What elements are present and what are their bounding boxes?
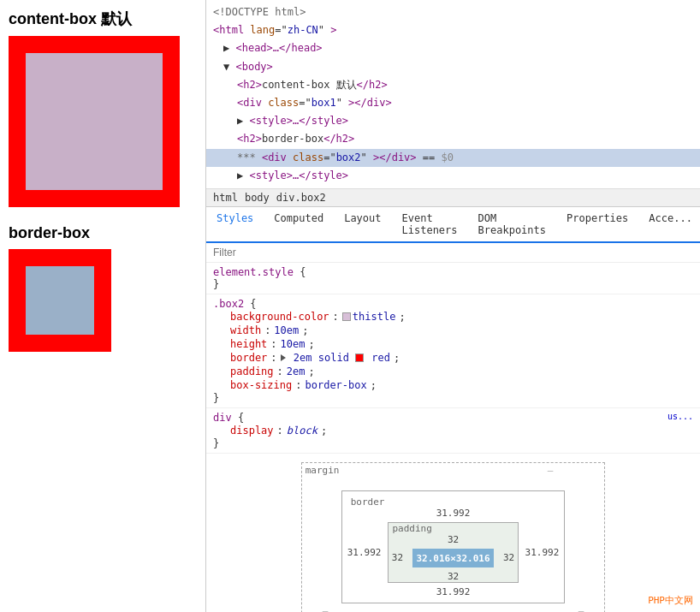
tab-layout[interactable]: Layout <box>334 207 391 243</box>
content-box-title: content-box 默认 <box>9 9 197 29</box>
content-box-demo <box>9 36 180 207</box>
border-label: border <box>351 496 385 508</box>
rule-close-div: } <box>213 437 693 449</box>
border-middle: 31.992 padding 32 32 32.016× <box>347 519 560 586</box>
outer-right-dash: – <box>578 605 584 612</box>
border-top-value: 31.992 <box>347 508 560 519</box>
dom-line-div-box1[interactable]: <div class="box1" ></div> <box>206 94 700 112</box>
dom-line-div-box2[interactable]: *** <div class="box2" ></div> == $0 <box>206 149 700 167</box>
color-swatch-red[interactable] <box>355 354 364 362</box>
left-panel: content-box 默认 border-box <box>0 0 205 612</box>
tab-computed[interactable]: Computed <box>264 207 334 243</box>
padding-top-value: 32 <box>389 534 517 545</box>
dom-tree: <!DOCTYPE html> <html lang="zh-CN" > ▶ <… <box>206 0 700 189</box>
css-prop-border: border : 2em solid red ; <box>213 351 693 365</box>
padding-bottom-value: 32 <box>389 571 517 582</box>
margin-dash-top: – <box>548 465 554 476</box>
box2-rule: .box2 { background-color : thistle ; wid… <box>206 294 700 408</box>
breadcrumb: html body div.box2 <box>206 189 700 207</box>
filter-bar <box>206 243 700 263</box>
tab-event-listeners[interactable]: Event Listeners <box>392 207 468 243</box>
margin-label: margin <box>306 465 340 476</box>
border-expand-icon[interactable] <box>281 354 286 361</box>
breadcrumb-div-box2[interactable]: div.box2 <box>276 192 326 204</box>
dom-line-body[interactable]: ▼ <body> <box>206 58 700 76</box>
breadcrumb-body[interactable]: body <box>245 192 270 204</box>
filter-input[interactable] <box>213 247 693 258</box>
devtools-panel: <!DOCTYPE html> <html lang="zh-CN" > ▶ <… <box>205 0 700 612</box>
dom-line-h2-1[interactable]: <h2>content-box 默认</h2> <box>206 76 700 94</box>
content-box-inner <box>26 53 163 190</box>
color-swatch-thistle[interactable] <box>342 312 351 321</box>
css-prop-height: height : 10em ; <box>213 337 693 351</box>
php-watermark: PHP中文网 <box>648 594 693 607</box>
tabs-bar: Styles Computed Layout Event Listeners D… <box>206 207 700 243</box>
content-dimensions: 32.016×32.016 <box>416 553 489 564</box>
box-model: margin – border 31.992 31.992 padding <box>301 462 606 612</box>
border-right-value: 31.992 <box>525 547 560 558</box>
styles-panel: element.style { } .box2 { background-col… <box>206 243 700 612</box>
breadcrumb-html[interactable]: html <box>213 192 238 204</box>
tab-dom-breakpoints[interactable]: DOM Breakpoints <box>468 207 556 243</box>
css-prop-bg-color: background-color : thistle ; <box>213 310 693 324</box>
padding-area: padding 32 32 32.016×32.016 32 <box>388 522 518 583</box>
rule-selector-box2: .box2 { <box>213 298 693 310</box>
rule-close: } <box>213 278 693 290</box>
css-prop-box-sizing: box-sizing : border-box ; <box>213 378 693 392</box>
padding-left-value: 32 <box>389 552 406 563</box>
dom-line-html[interactable]: <html lang="zh-CN" > <box>206 21 700 39</box>
dom-line-style-2[interactable]: ▶ <style>…</style> <box>206 167 700 185</box>
border-box-title: border-box <box>9 224 197 242</box>
rule-close-box2: } <box>213 392 693 404</box>
dom-line-doctype[interactable]: <!DOCTYPE html> <box>206 3 700 21</box>
border-box-demo <box>9 249 111 352</box>
tab-styles[interactable]: Styles <box>206 207 264 243</box>
css-prop-width: width : 10em ; <box>213 324 693 337</box>
element-style-rule: element.style { } <box>206 263 700 294</box>
border-bottom-value: 31.992 <box>347 586 560 597</box>
padding-label: padding <box>392 523 431 534</box>
border-box-inner <box>26 266 94 335</box>
rule-selector-element: element.style { <box>213 266 693 278</box>
border-left-value: 31.992 <box>347 547 382 558</box>
dom-line-h2-2[interactable]: <h2>border-box</h2> <box>206 130 700 148</box>
box-model-container: margin – border 31.992 31.992 padding <box>206 454 700 612</box>
css-prop-padding: padding : 2em ; <box>213 365 693 378</box>
padding-right-value: 32 <box>501 552 518 563</box>
border-box-diagram: border 31.992 31.992 padding 32 32 <box>341 490 566 603</box>
tab-accessibility[interactable]: Acce... <box>638 207 700 243</box>
padding-middle: 32 32.016×32.016 32 <box>389 545 517 571</box>
tab-properties[interactable]: Properties <box>556 207 638 243</box>
dom-line-head[interactable]: ▶ <head>…</head> <box>206 39 700 57</box>
content-area: 32.016×32.016 <box>412 549 493 567</box>
user-agent-link[interactable]: us... <box>667 412 693 424</box>
css-prop-display: display : block ; <box>213 424 693 437</box>
outer-left-dash: – <box>323 605 329 612</box>
div-rule: div { us... display : block ; } <box>206 408 700 454</box>
dom-line-style-1[interactable]: ▶ <style>…</style> <box>206 112 700 130</box>
